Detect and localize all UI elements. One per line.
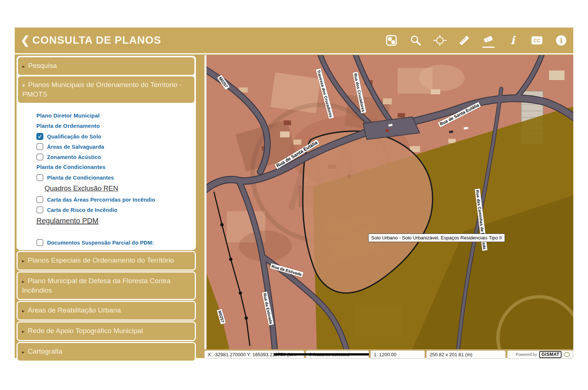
extent-dimensions-readout: 250.82 x 201.61 (m)	[426, 350, 506, 359]
scale-readout[interactable]: 1: 1200.00	[370, 350, 425, 359]
status-bar: X: -32981.270000 Y: 165393.218750 (M... …	[204, 350, 573, 359]
checkbox-icon[interactable]	[36, 206, 43, 213]
checkbox-checked-icon[interactable]: ✓	[36, 133, 43, 140]
identify-button[interactable]: i	[506, 33, 520, 48]
map-tooltip: Solo Urbano - Solo Urbanizável, Espaços …	[368, 234, 505, 242]
aerial-imagery	[207, 55, 573, 349]
gismat-ring-icon	[564, 352, 570, 357]
svg-text:i: i	[510, 34, 516, 47]
chevron-right-icon: ▸	[22, 64, 25, 69]
map-viewport[interactable]: M0257 Travessa dos Cruzadores Rua dos Cr…	[204, 55, 573, 349]
accordion-reabilitacao-urbana[interactable]: ▸Áreas de Reabilitação Urbana	[18, 302, 195, 319]
basemap-icon	[386, 35, 397, 46]
info-circle-icon: i	[555, 35, 567, 46]
chevron-down-icon: ▾	[22, 83, 25, 88]
eraser-icon	[482, 35, 495, 46]
layer-carta-areas-incendio[interactable]: Carta das Áreas Percorridas por Incêndio	[36, 196, 191, 203]
identify-icon: i	[509, 34, 517, 47]
checkbox-icon[interactable]	[36, 143, 43, 150]
chevron-right-icon: ▸	[22, 329, 25, 334]
info-button[interactable]: i	[554, 33, 568, 48]
chevron-right-icon: ▸	[22, 279, 25, 284]
accordion-defesa-floresta[interactable]: ▸Plano Municipal de Defesa da Floresta C…	[18, 272, 195, 299]
link-quadros-exclusao-ren[interactable]: Quadros Exclusão REN	[44, 184, 191, 192]
crosshair-icon	[433, 35, 447, 46]
gismat-logo: GISMAT	[539, 351, 562, 358]
checkbox-icon[interactable]	[36, 174, 43, 181]
chevron-right-icon: ▸	[22, 349, 25, 355]
pmots-panel: Plano Diretor Municipal Planta de Ordena…	[18, 103, 194, 249]
basemap-button[interactable]	[384, 33, 398, 48]
back-button[interactable]: ❮	[21, 34, 30, 47]
erase-button[interactable]	[481, 33, 495, 48]
checkbox-icon[interactable]	[36, 239, 43, 246]
accordion-pmots[interactable]: ▾Planos Municipais de Ordenamento do Ter…	[18, 76, 194, 103]
credits-button[interactable]: CC	[530, 33, 544, 48]
checkbox-icon[interactable]	[36, 196, 43, 203]
ruler-icon	[458, 34, 470, 47]
powered-by-badge: Powered by GISMAT	[507, 350, 573, 359]
cc-icon: CC	[531, 35, 543, 46]
layer-areas-salvaguarda[interactable]: Áreas de Salvaguarda	[36, 143, 191, 150]
scale-bar	[274, 353, 369, 355]
header-bar: ❮ CONSULTA DE PLANOS	[15, 28, 573, 54]
locate-button[interactable]	[433, 33, 447, 48]
accordion-pesquisa[interactable]: ▸Pesquisa	[18, 57, 194, 75]
search-button[interactable]	[409, 33, 423, 48]
layer-planta-condicionantes[interactable]: Planta de Condicionantes	[36, 174, 191, 181]
checkbox-icon[interactable]	[36, 154, 43, 160]
app-window: ❮ CONSULTA DE PLANOS	[15, 28, 573, 358]
measure-button[interactable]	[457, 33, 471, 48]
chevron-right-icon: ▸	[22, 308, 25, 314]
layer-documentos-suspensao[interactable]: Documentos Suspensão Parcial do PDM:	[36, 239, 191, 246]
chevron-right-icon: ▸	[22, 258, 25, 264]
accordion-rede-topografica[interactable]: ▸Rede de Apoio Topográfico Municipal	[18, 322, 195, 340]
search-icon	[410, 35, 422, 46]
layer-qualificacao-solo[interactable]: ✓ Qualificação do Solo	[36, 133, 191, 140]
accordion-cartografia[interactable]: ▸Cartografia	[18, 343, 195, 361]
accordion-planos-especiais[interactable]: ▸Planos Especiais de Ordenamento do Terr…	[18, 252, 195, 270]
heading-planta-ordenamento: Planta de Ordenamento	[36, 123, 191, 129]
svg-text:CC: CC	[534, 38, 540, 43]
layer-zonamento-acustico[interactable]: Zonamento Acústico	[36, 154, 191, 160]
heading-plano-diretor: Plano Diretor Municipal	[36, 112, 191, 119]
layers-sidebar: ▸Pesquisa ▾Planos Municipais de Ordename…	[17, 56, 196, 362]
heading-planta-condicionantes: Planta de Condicionantes	[36, 164, 191, 170]
registered-mark: ®	[347, 173, 351, 180]
map-toolbar: i CC i	[384, 33, 568, 48]
layer-carta-risco-incendio[interactable]: Carta de Risco de Incêndio	[36, 206, 191, 213]
page-title: CONSULTA DE PLANOS	[32, 34, 161, 46]
svg-text:i: i	[560, 36, 562, 44]
link-regulamento-pdm[interactable]: Regulamento PDM	[36, 217, 191, 225]
